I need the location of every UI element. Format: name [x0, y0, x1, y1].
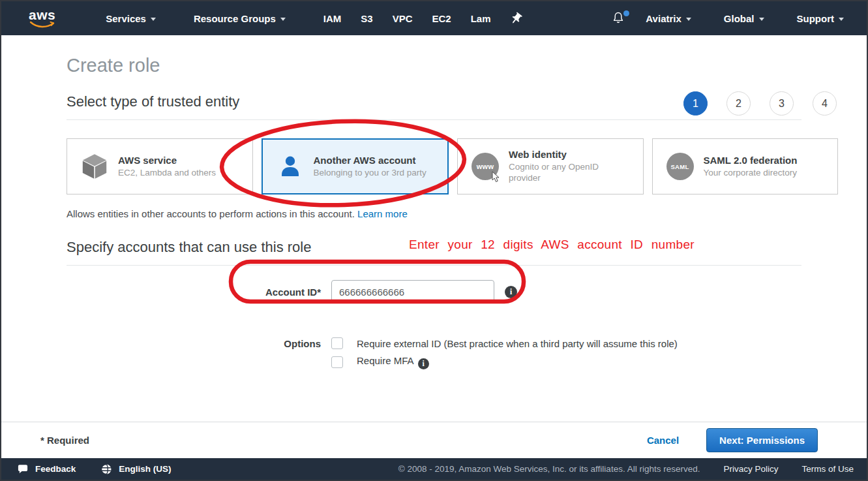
step-2-indicator: 2	[726, 91, 751, 116]
info-icon[interactable]: i	[418, 358, 429, 369]
learn-more-link[interactable]: Learn more	[357, 208, 408, 219]
cancel-button[interactable]: Cancel	[647, 435, 679, 446]
tile-title: SAML 2.0 federation	[704, 155, 798, 166]
cube-icon	[71, 151, 118, 181]
chevron-down-icon	[839, 18, 844, 21]
nav-region-menu[interactable]: Global	[713, 1, 775, 35]
top-navbar: aws Services Resource Groups IAM S3 VPC …	[1, 1, 867, 35]
aws-console-window: aws Services Resource Groups IAM S3 VPC …	[0, 0, 868, 481]
chevron-down-icon	[280, 18, 286, 21]
require-external-id-label: Require external ID (Best practice when …	[357, 338, 678, 349]
tile-saml-federation[interactable]: SAML SAML 2.0 federation Your corporate …	[652, 138, 839, 194]
nav-shortcut-vpc[interactable]: VPC	[383, 1, 423, 35]
tile-title: AWS service	[118, 155, 216, 166]
tile-subtitle: EC2, Lambda and others	[118, 168, 216, 179]
nav-shortcut-ec2[interactable]: EC2	[423, 1, 461, 35]
aws-smile-icon	[29, 21, 55, 28]
privacy-policy-link[interactable]: Privacy Policy	[723, 464, 778, 474]
step-3-indicator: 3	[770, 91, 794, 116]
tile-another-aws-account[interactable]: Another AWS account Belonging to you or …	[262, 138, 449, 194]
nav-support-menu[interactable]: Support	[786, 1, 856, 35]
required-note: * Required	[40, 435, 89, 446]
saml-badge-icon: SAML	[657, 153, 704, 180]
nav-shortcut-s3[interactable]: S3	[351, 1, 382, 35]
next-permissions-button[interactable]: Next: Permissions	[706, 428, 818, 452]
nav-services-menu[interactable]: Services	[95, 1, 167, 35]
chevron-down-icon	[686, 18, 691, 21]
options-label: Options	[67, 337, 321, 349]
tile-web-identity[interactable]: www Web identity Cognito or any OpenID p…	[457, 138, 644, 194]
nav-shortcut-lambda[interactable]: Lam	[461, 1, 501, 35]
account-id-input[interactable]	[331, 280, 494, 303]
tile-aws-service[interactable]: AWS service EC2, Lambda and others	[67, 138, 253, 194]
wizard-steps: 1 2 3 4	[683, 91, 837, 116]
require-external-id-checkbox[interactable]	[331, 337, 343, 349]
trusted-entity-description: Allows entities in other accounts to per…	[67, 208, 801, 219]
terms-of-use-link[interactable]: Terms of Use	[801, 464, 854, 474]
notification-dot	[623, 10, 629, 16]
options-row: Options Require external ID (Best practi…	[67, 337, 801, 375]
tile-subtitle: Cognito or any OpenID provider	[509, 162, 626, 184]
tile-title: Web identity	[509, 149, 626, 160]
account-id-label: Account ID*	[67, 287, 321, 298]
step-4-indicator: 4	[813, 91, 837, 116]
mouse-cursor-icon	[492, 171, 501, 183]
notifications-bell-icon[interactable]	[602, 1, 635, 35]
wizard-footer: * Required Cancel Next: Permissions	[1, 422, 867, 458]
step-1-indicator: 1	[683, 91, 708, 116]
copyright-text: © 2008 - 2019, Amazon Web Services, Inc.…	[398, 464, 700, 474]
account-id-row: Account ID* i	[67, 280, 801, 303]
www-globe-icon: www	[462, 153, 509, 180]
tile-subtitle: Your corporate directory	[704, 168, 798, 179]
feedback-button[interactable]: Feedback	[17, 463, 76, 474]
aws-logo[interactable]: aws	[29, 9, 55, 28]
red-annotation-text: Enter your 12 digits AWS account ID numb…	[409, 238, 695, 252]
page-title: Create role	[67, 55, 801, 76]
info-icon[interactable]: i	[505, 286, 517, 298]
main-content: Create role 1 2 3 4 Select type of trust…	[1, 35, 867, 422]
nav-resource-groups-menu[interactable]: Resource Groups	[183, 1, 297, 35]
require-mfa-checkbox[interactable]	[331, 356, 343, 368]
tile-title: Another AWS account	[314, 155, 427, 166]
chevron-down-icon	[759, 18, 764, 21]
nav-account-menu[interactable]: Aviatrix	[635, 1, 702, 35]
bottom-bar: Feedback English (US) © 2008 - 2019, Ama…	[1, 458, 867, 480]
person-icon	[267, 153, 314, 180]
nav-shortcut-iam[interactable]: IAM	[314, 1, 352, 35]
trusted-entity-tiles: AWS service EC2, Lambda and others Anoth…	[67, 138, 838, 194]
tile-subtitle: Belonging to you or 3rd party	[314, 168, 427, 179]
speech-bubble-icon	[17, 463, 29, 474]
language-selector[interactable]: English (US)	[100, 463, 171, 475]
globe-icon	[100, 463, 112, 475]
pin-icon[interactable]	[501, 1, 531, 35]
require-mfa-label: Require MFAi	[357, 355, 429, 369]
aws-logo-text: aws	[29, 9, 55, 21]
chevron-down-icon	[151, 18, 156, 21]
